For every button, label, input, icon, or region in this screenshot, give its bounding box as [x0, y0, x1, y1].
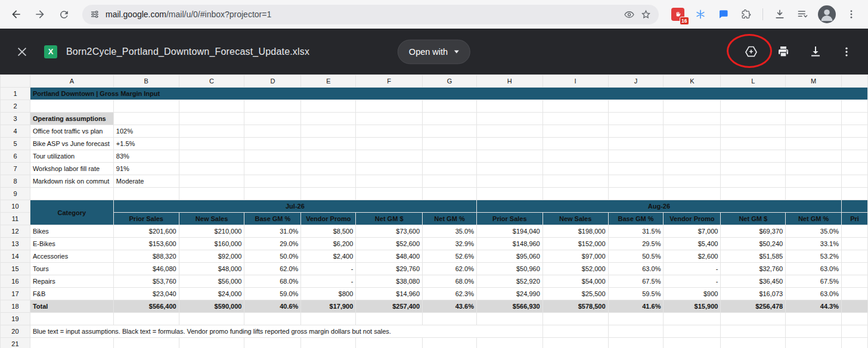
data-cell: 59.0% [244, 288, 301, 300]
site-settings-icon[interactable] [89, 9, 100, 20]
browser-menu-button[interactable] [844, 7, 858, 21]
cell [664, 150, 721, 163]
cell [542, 163, 608, 175]
preview-more-button[interactable] [841, 46, 852, 58]
reading-list-button[interactable] [795, 7, 810, 21]
assumptions-header: Operating assumptions [30, 113, 113, 125]
extensions-puzzle-button[interactable] [739, 7, 753, 21]
cell [664, 163, 721, 175]
cell [542, 188, 608, 200]
cell [113, 338, 179, 348]
profile-avatar[interactable] [818, 5, 836, 23]
category-cell: Tours [30, 263, 113, 275]
toolbar-divider [762, 8, 763, 20]
cell [356, 338, 423, 348]
cell [244, 100, 301, 113]
chat-icon [718, 9, 728, 20]
row-number: 12 [1, 225, 30, 238]
cell [244, 163, 301, 175]
open-with-button[interactable]: Open with [398, 39, 470, 64]
chat-extension-button[interactable] [716, 7, 730, 21]
cell [244, 188, 301, 200]
assumption-value: 83% [113, 150, 179, 163]
extension-badge: 16 [680, 17, 689, 26]
eye-icon[interactable] [624, 9, 635, 20]
data-cell: 63.0% [786, 263, 842, 275]
cell [608, 125, 664, 138]
data-cell: 62.0% [423, 263, 477, 275]
data-cell: $69,370 [721, 225, 786, 238]
cell [542, 125, 608, 138]
extensions-area: 16 [667, 5, 862, 23]
address-bar[interactable]: mail.google.com/mail/u/0/#inbox?projecto… [82, 5, 659, 24]
download-button[interactable] [808, 45, 823, 59]
downloads-button[interactable] [773, 7, 787, 21]
forward-button[interactable] [30, 4, 50, 24]
data-cell: $32,760 [721, 263, 786, 275]
column-sub-header: Prior Sales [113, 213, 179, 225]
bookmark-star-icon[interactable] [640, 9, 652, 20]
total-cell: 40.6% [244, 300, 301, 313]
cell [244, 125, 301, 138]
month-header-jul: Jul-26 [113, 200, 476, 213]
row-number: 8 [1, 175, 30, 188]
column-sub-header: Net GM % [786, 213, 842, 225]
assumption-label: Office foot traffic vs plan [30, 125, 113, 138]
cell [841, 175, 867, 188]
adblock-extension-button[interactable]: 16 [671, 7, 685, 21]
data-cell: $6,200 [301, 238, 356, 250]
cell [721, 125, 786, 138]
row-number: 13 [1, 238, 30, 250]
cell [664, 100, 721, 113]
cell [542, 113, 608, 125]
data-cell: 31.0% [244, 225, 301, 238]
data-cell: $73,600 [356, 225, 423, 238]
data-cell: $51,585 [721, 250, 786, 263]
reload-button[interactable] [54, 4, 74, 24]
assumption-label: Tour utilization [30, 150, 113, 163]
add-to-drive-button[interactable] [744, 45, 758, 59]
data-cell: $148,960 [476, 238, 542, 250]
cell [356, 313, 423, 325]
data-cell: 62.3% [423, 288, 477, 300]
data-cell: $24,990 [476, 288, 542, 300]
total-cell: $578,500 [542, 300, 608, 313]
cell [356, 150, 423, 163]
close-preview-button[interactable] [16, 45, 29, 58]
column-letter: J [608, 75, 664, 88]
assumption-value: Moderate [113, 175, 179, 188]
cell [721, 138, 786, 150]
cell [179, 163, 244, 175]
cell [179, 313, 244, 325]
back-button[interactable] [6, 4, 26, 24]
data-cell: $50,960 [476, 263, 542, 275]
cell [721, 188, 786, 200]
cell [423, 125, 477, 138]
cell [244, 113, 301, 125]
browser-toolbar: mail.google.com/mail/u/0/#inbox?projecto… [0, 0, 868, 29]
total-cell: 43.6% [423, 300, 477, 313]
cell [423, 163, 477, 175]
data-cell: 53.2% [786, 250, 842, 263]
total-cell: 41.6% [608, 300, 664, 313]
data-cell: 59.5% [608, 288, 664, 300]
data-cell: $153,600 [113, 238, 179, 250]
cell [841, 150, 867, 163]
back-icon [10, 8, 22, 20]
print-button[interactable] [776, 45, 790, 59]
cell [841, 100, 867, 113]
snowflake-extension-button[interactable] [693, 7, 708, 21]
sheet-footnote: Blue text = input assumptions. Black tex… [30, 325, 542, 338]
cell [786, 150, 842, 163]
cell [301, 138, 356, 150]
cell [786, 113, 842, 125]
data-cell: $52,000 [542, 263, 608, 275]
url-host: mail.google.com [106, 10, 166, 19]
category-cell: Accessories [30, 250, 113, 263]
data-cell [841, 263, 867, 275]
spreadsheet-area: ABCDEFGHIJKLM1Portland Downtown | Gross … [0, 74, 868, 348]
column-letter: C [179, 75, 244, 88]
data-cell: 35.0% [786, 225, 842, 238]
cell [356, 188, 423, 200]
row-number: 9 [1, 188, 30, 200]
